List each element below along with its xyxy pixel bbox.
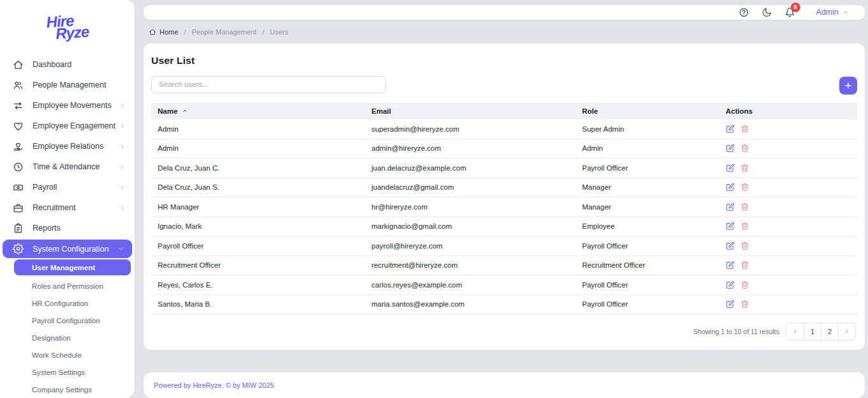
submenu-item-work-schedule[interactable]: Work Schedule <box>0 346 135 364</box>
sidebar-item-people-management[interactable]: People Management <box>0 75 135 95</box>
sidebar-item-payroll[interactable]: Payroll <box>0 177 135 197</box>
edit-icon[interactable] <box>726 261 735 270</box>
cell-actions <box>719 197 857 217</box>
table-row: HR Managerhr@hireryze.comManager <box>151 197 857 217</box>
breadcrumb-item-home[interactable]: Home <box>149 28 178 36</box>
cell-actions <box>719 295 857 314</box>
chevron-left-icon <box>792 328 798 335</box>
delete-icon[interactable] <box>740 164 749 172</box>
delete-icon[interactable] <box>740 203 749 211</box>
table-row: Dela Cruz, Juan S.juandelacruz@gmail.com… <box>151 178 857 197</box>
help-icon[interactable] <box>738 7 749 18</box>
edit-icon[interactable] <box>726 300 735 309</box>
user-menu[interactable]: Admin <box>816 8 849 17</box>
pagination-next-button[interactable] <box>838 323 855 340</box>
edit-icon[interactable] <box>726 203 735 211</box>
cell-role: Payroll Officer <box>576 275 719 295</box>
delete-icon[interactable] <box>740 300 749 309</box>
edit-icon[interactable] <box>726 222 735 231</box>
cell-role: Manager <box>576 178 719 197</box>
cell-name: Dela Cruz, Juan C. <box>151 158 365 178</box>
breadcrumb-label: People Management <box>191 28 257 36</box>
sidebar-item-time-attendance[interactable]: Time & Attendance <box>0 157 135 177</box>
sidebar-item-label: System Configuration <box>33 245 109 254</box>
cell-actions <box>719 275 857 295</box>
sidebar-nav: DashboardPeople ManagementEmployee Movem… <box>0 54 135 398</box>
submenu-item-company-settings[interactable]: Company Settings <box>0 381 135 398</box>
cell-actions <box>719 119 857 139</box>
cell-role: Employee <box>576 217 719 236</box>
sidebar-item-employee-engagement[interactable]: Employee Engagement <box>0 116 135 136</box>
cell-role: Payroll Officer <box>576 295 719 314</box>
column-header-role[interactable]: Role <box>576 103 719 119</box>
transfer-arrows-icon <box>13 100 24 111</box>
breadcrumb-label: Home <box>160 28 178 36</box>
sidebar-item-label: People Management <box>33 80 106 89</box>
notification-badge: 8 <box>791 3 800 12</box>
edit-icon[interactable] <box>726 241 735 250</box>
edit-icon[interactable] <box>726 280 735 289</box>
delete-icon[interactable] <box>740 144 749 153</box>
pagination-prev-button[interactable] <box>786 323 804 340</box>
cash-icon <box>13 182 24 193</box>
edit-icon[interactable] <box>726 125 735 134</box>
delete-icon[interactable] <box>740 241 749 250</box>
footer: Powered by HireRyze. © by MIW 2025 <box>144 372 865 398</box>
delete-icon[interactable] <box>740 125 749 134</box>
sort-ascending-icon <box>181 107 188 114</box>
home-icon <box>149 28 156 36</box>
cell-actions <box>719 256 857 275</box>
cell-email: hr@hireryze.com <box>365 197 576 217</box>
delete-icon[interactable] <box>740 183 749 192</box>
submenu-item-payroll-configuration[interactable]: Payroll Configuration <box>0 312 135 329</box>
sidebar-item-system-configuration[interactable]: System Configuration <box>3 240 132 258</box>
chevron-right-icon <box>119 184 126 191</box>
sidebar-submenu: User ManagementRoles and PermissionHR Co… <box>0 259 135 398</box>
table-row: Dela Cruz, Juan C.juan.delacruz@example.… <box>151 158 857 178</box>
sidebar-item-reports[interactable]: Reports <box>0 218 135 238</box>
submenu-item-user-management[interactable]: User Management <box>14 259 131 275</box>
submenu-item-roles-and-permission[interactable]: Roles and Permission <box>0 277 135 295</box>
breadcrumb-item-users[interactable]: Users <box>270 28 288 36</box>
sidebar-item-employee-movements[interactable]: Employee Movements <box>0 95 135 116</box>
pagination-summary: Showing 1 to 10 of 11 results <box>693 328 779 335</box>
cell-email: recruitment@hireryze.com <box>365 256 576 275</box>
app-root: Hire Ryze DashboardPeople ManagementEmpl… <box>0 0 868 398</box>
pagination-page-button-1[interactable]: 1 <box>804 323 821 340</box>
sidebar-item-label: Employee Relations <box>33 142 103 151</box>
cell-name: Recruitment Officer <box>151 256 365 275</box>
sidebar-item-label: Employee Engagement <box>33 121 116 130</box>
cell-actions <box>719 139 857 158</box>
page-title: User List <box>151 55 857 66</box>
dark-mode-moon-icon[interactable] <box>761 7 772 18</box>
sidebar-item-label: Reports <box>33 224 61 233</box>
delete-icon[interactable] <box>740 280 749 289</box>
home-icon <box>13 59 24 70</box>
submenu-item-hr-configuration[interactable]: HR Configuration <box>0 295 135 312</box>
sidebar-item-dashboard[interactable]: Dashboard <box>0 54 135 75</box>
sidebar-item-employee-relations[interactable]: Employee Relations <box>0 136 135 157</box>
pagination-page-button-2[interactable]: 2 <box>821 323 838 340</box>
table-row: Adminadmin@hireryze.comAdmin <box>151 139 857 158</box>
cell-role: Manager <box>576 197 719 217</box>
brand-logo: Hire Ryze <box>0 11 135 44</box>
edit-icon[interactable] <box>726 183 735 192</box>
sidebar-item-label: Dashboard <box>33 60 71 69</box>
column-header-email[interactable]: Email <box>365 103 576 119</box>
chevron-down-icon <box>842 9 849 16</box>
delete-icon[interactable] <box>740 222 749 231</box>
delete-icon[interactable] <box>740 261 749 270</box>
edit-icon[interactable] <box>726 164 735 172</box>
submenu-item-designation[interactable]: Designation <box>0 329 135 346</box>
submenu-item-system-settings[interactable]: System Settings <box>0 364 135 381</box>
plus-icon <box>844 81 853 90</box>
add-user-button[interactable] <box>839 77 857 95</box>
submenu-item-label: Company Settings <box>32 386 92 394</box>
edit-icon[interactable] <box>726 144 735 153</box>
sidebar-item-recruitment[interactable]: Recruitment <box>0 197 135 218</box>
notifications-bell-icon[interactable]: 8 <box>784 7 795 18</box>
table-row: Recruitment Officerrecruitment@hireryze.… <box>151 256 857 275</box>
breadcrumb-item-people-management[interactable]: People Management <box>191 28 257 36</box>
column-header-name[interactable]: Name <box>151 103 365 119</box>
search-input[interactable] <box>151 76 386 93</box>
